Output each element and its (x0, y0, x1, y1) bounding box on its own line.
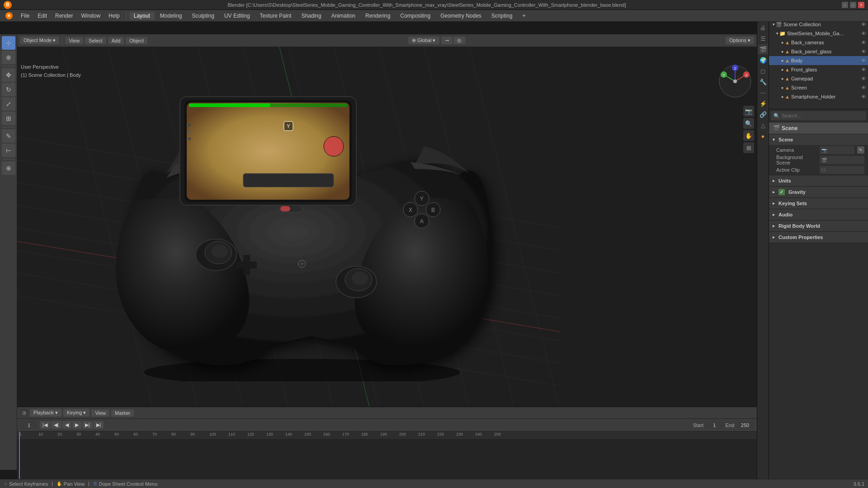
viewport-object-menu[interactable]: Object (126, 37, 147, 44)
camera-edit-icon[interactable]: ✎ (857, 146, 864, 154)
timeline-marker-menu[interactable]: Marker (111, 409, 134, 417)
camera-view-btn[interactable]: 📷 (743, 106, 754, 117)
proportional-btn[interactable]: ◎ (453, 37, 465, 44)
collection-eye[interactable]: 👁 (861, 31, 866, 36)
tool-cursor[interactable]: ⊕ (2, 51, 15, 64)
menu-help[interactable]: Help (105, 12, 123, 20)
audio-header[interactable]: ▸ Audio (769, 209, 868, 220)
menu-render[interactable]: Render (52, 12, 76, 20)
close-button[interactable]: ✕ (858, 2, 864, 8)
gravity-checkbox[interactable]: ✓ (778, 189, 785, 195)
workspace-sculpting[interactable]: Sculpting (188, 12, 219, 20)
outliner-screen[interactable]: ▸ ▲ Screen 👁 (769, 83, 868, 92)
object-data-tab[interactable]: △ (758, 120, 768, 130)
camera-value[interactable]: 📷 (820, 146, 854, 154)
particles-tab[interactable]: ⋯ (758, 88, 768, 98)
screen-eye[interactable]: 👁 (861, 85, 866, 90)
workspace-add[interactable]: + (518, 12, 530, 20)
end-frame-input[interactable]: 250 (736, 422, 754, 429)
tool-move[interactable]: ✥ (2, 68, 15, 82)
timeline-view-menu[interactable]: View (91, 409, 109, 417)
units-header[interactable]: ▸ Units (769, 175, 868, 186)
viewport-add-menu[interactable]: Add (108, 37, 124, 44)
tool-measure[interactable]: ⊢ (2, 144, 15, 157)
viewport-view-menu[interactable]: View (65, 37, 83, 44)
workspace-shading[interactable]: Shading (297, 12, 326, 20)
play-btn[interactable]: ▶ (72, 421, 81, 429)
gamepad-eye[interactable]: 👁 (861, 76, 866, 81)
viewport-3d[interactable]: Object Mode ▾ View Select Add Object ⊕ G… (17, 34, 757, 407)
workspace-layout[interactable]: Layout (129, 12, 155, 20)
workspace-rendering[interactable]: Rendering (361, 12, 395, 20)
workspace-scripting[interactable]: Scripting (487, 12, 517, 20)
scene-eye-icon[interactable]: 👁 (861, 22, 866, 27)
minimize-button[interactable]: – (842, 2, 848, 8)
menu-blender[interactable]: B (2, 11, 16, 20)
zoom-btn[interactable]: 🔍 (743, 118, 754, 129)
timeline-keying-menu[interactable]: Keying ▾ (63, 409, 90, 417)
jump-to-end-btn[interactable]: ▶| (94, 421, 104, 429)
workspace-modeling[interactable]: Modeling (156, 12, 187, 20)
scene-subsection-header[interactable]: ▾ Scene (769, 134, 868, 145)
constraints-tab[interactable]: 🔗 (758, 109, 768, 119)
viewport-global[interactable]: ⊕ Global ▾ (408, 37, 439, 44)
tool-scale[interactable]: ⤢ (2, 97, 15, 111)
props-search-input[interactable] (782, 113, 863, 118)
pan-btn[interactable]: ✋ (743, 130, 754, 141)
outliner-gamepad[interactable]: ▸ ▲ Gamepad 👁 (769, 74, 868, 83)
snap-btn[interactable]: ⊸ (441, 37, 453, 44)
physics-tab[interactable]: ⚡ (758, 99, 768, 108)
back-panel-glass-eye[interactable]: 👁 (861, 49, 866, 54)
workspace-texture-paint[interactable]: Texture Paint (255, 12, 296, 20)
custom-properties-header[interactable]: ▸ Custom Properties (769, 232, 868, 243)
workspace-geometry-nodes[interactable]: Geometry Nodes (436, 12, 486, 20)
outliner-steelseries-collection[interactable]: ▾ 📁 SteelSeries_Mobile_Gaming_Controller… (769, 29, 868, 38)
viewport-canvas[interactable]: X Y B A (17, 47, 757, 407)
maximize-button[interactable]: □ (850, 2, 856, 8)
output-props-tab[interactable]: 🖨 (758, 23, 768, 33)
tool-select[interactable]: ⊹ (2, 36, 15, 50)
tool-transform[interactable]: ⊞ (2, 112, 15, 125)
material-tab[interactable]: ● (758, 131, 768, 141)
outliner-front-glass[interactable]: ▸ ▲ Front_glass 👁 (769, 65, 868, 74)
jump-to-start-btn[interactable]: |◀ (40, 421, 50, 429)
active-clip-value[interactable]: 🎞 (820, 166, 864, 174)
viewport-select-menu[interactable]: Select (85, 37, 106, 44)
front-glass-eye[interactable]: 👁 (861, 67, 866, 72)
menu-file[interactable]: File (17, 12, 33, 20)
jump-back-btn[interactable]: ◀| (51, 421, 61, 429)
outliner-smartphone-holder[interactable]: ▸ ▲ Smartphone_Holder 👁 (769, 92, 868, 101)
tool-rotate[interactable]: ↻ (2, 83, 15, 96)
outliner-back-panel-glass[interactable]: ▸ ▲ Back_panel_glass 👁 (769, 47, 868, 56)
current-frame-input[interactable]: 1 (20, 422, 38, 429)
workspace-animation[interactable]: Animation (327, 12, 360, 20)
start-frame-input[interactable]: 1 (705, 422, 723, 429)
menu-edit[interactable]: Edit (34, 12, 51, 20)
collection-btn[interactable]: ⊞ (743, 142, 754, 153)
object-mode-dropdown[interactable]: Object Mode ▾ (20, 37, 59, 44)
workspace-uv-editing[interactable]: UV Editing (220, 12, 255, 20)
keying-sets-header[interactable]: ▸ Keying Sets (769, 198, 868, 209)
scene-props-tab[interactable]: 🎬 (758, 44, 768, 54)
timeline-playback-menu[interactable]: Playback ▾ (30, 409, 61, 417)
view-layer-tab[interactable]: ☰ (758, 33, 768, 43)
gravity-header[interactable]: ▸ ✓ Gravity (769, 187, 868, 197)
step-forward-btn[interactable]: ▶| (82, 421, 93, 429)
tool-annotate[interactable]: ✎ (2, 129, 15, 143)
tool-add[interactable]: ⊕ (2, 161, 15, 175)
back-cameras-eye[interactable]: 👁 (861, 40, 866, 45)
world-props-tab[interactable]: 🌍 (758, 55, 768, 65)
step-back-btn[interactable]: ◀ (62, 421, 71, 429)
modifier-props-tab[interactable]: 🔧 (758, 77, 768, 87)
object-props-tab[interactable]: ◻ (758, 66, 768, 76)
options-button[interactable]: Options ▾ (726, 37, 754, 44)
menu-window[interactable]: Window (77, 12, 104, 20)
outliner-back-cameras[interactable]: ▸ ▲ Back_cameras 👁 (769, 38, 868, 47)
body-eye[interactable]: 👁 (861, 58, 866, 63)
window-controls[interactable]: – □ ✕ (842, 2, 864, 8)
timeline-type-icon[interactable]: ◷ (20, 409, 28, 417)
bg-scene-value[interactable]: 🎬 (820, 156, 864, 164)
rigid-body-world-header[interactable]: ▸ Rigid Body World (769, 221, 868, 231)
navigation-gizmo[interactable]: X Y Z (717, 63, 753, 99)
workspace-compositing[interactable]: Compositing (396, 12, 435, 20)
